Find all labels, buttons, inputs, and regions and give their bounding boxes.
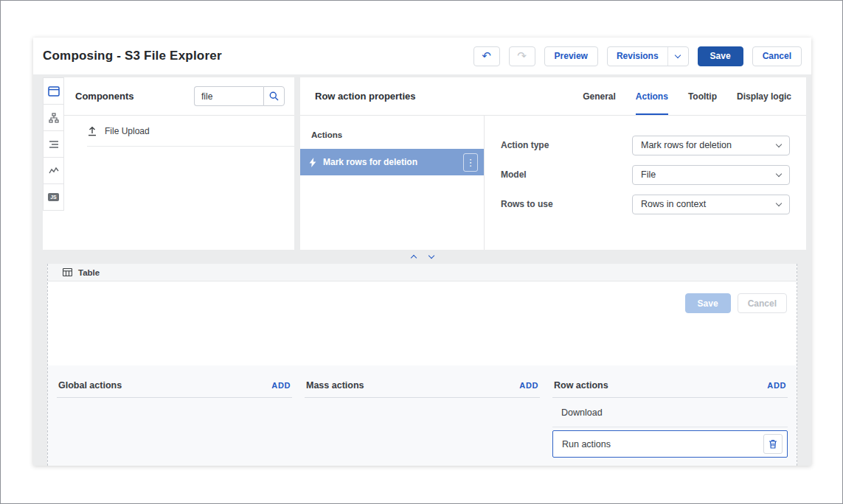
component-search-input[interactable]: [194, 86, 263, 106]
topbar: Composing - S3 File Explorer ↶ ↷ Preview…: [33, 38, 811, 74]
table-form-buttons: Save Cancel: [685, 293, 787, 313]
trash-icon: [769, 439, 777, 449]
chart-icon: [49, 167, 59, 175]
table-component-header[interactable]: Table: [48, 264, 797, 281]
table-cancel-button[interactable]: Cancel: [738, 293, 787, 313]
component-item-file-upload[interactable]: File Upload: [64, 116, 294, 146]
rail-item-chart[interactable]: [43, 157, 64, 184]
redo-button[interactable]: ↷: [509, 46, 535, 66]
screens-icon: [48, 86, 60, 97]
hierarchy-icon: [49, 113, 59, 123]
properties-title: Row action properties: [315, 91, 416, 102]
table-body-area: Save Cancel: [48, 281, 797, 365]
component-search: [194, 86, 285, 106]
rail-item-structure[interactable]: [43, 104, 64, 131]
rows-to-use-select[interactable]: Rows in context: [632, 195, 790, 214]
action-item-mark-rows-for-deletion[interactable]: Mark rows for deletion ⋮: [300, 149, 484, 175]
components-header: Components: [64, 77, 294, 116]
search-button[interactable]: [263, 86, 285, 106]
table-save-button[interactable]: Save: [685, 293, 731, 313]
action-item-label: Mark rows for deletion: [323, 157, 457, 167]
table-actions-config: Global actions ADD Mass actions ADD Row …: [48, 365, 797, 466]
lightning-icon: [309, 158, 316, 167]
tab-tooltip[interactable]: Tooltip: [688, 77, 717, 115]
upload-icon: [87, 126, 97, 136]
chevron-down-icon: [675, 52, 681, 57]
actions-list-title: Actions: [300, 130, 484, 139]
chevron-down-icon: [776, 200, 782, 206]
components-panel: Components File Upload: [64, 77, 294, 250]
canvas-preview: Table Save Cancel Glob: [47, 264, 797, 466]
model-select[interactable]: File: [632, 165, 790, 185]
delete-row-action-button[interactable]: [763, 434, 783, 454]
form-row-rows-to-use: Rows to use Rows in context: [501, 189, 790, 219]
rail-item-screens[interactable]: [43, 77, 64, 105]
icon-rail: JS: [43, 77, 64, 250]
model-label: Model: [501, 169, 527, 180]
action-type-label: Action type: [501, 140, 549, 150]
js-icon: JS: [48, 193, 59, 201]
properties-body: Actions Mark rows for deletion ⋮ Action …: [300, 116, 806, 250]
list-icon: [49, 140, 59, 149]
rows-to-use-label: Rows to use: [501, 199, 553, 209]
action-type-select[interactable]: Mark rows for deletion: [632, 136, 790, 155]
cancel-button[interactable]: Cancel: [752, 46, 802, 66]
preview-button[interactable]: Preview: [544, 46, 598, 66]
properties-header: Row action properties General Actions To…: [300, 77, 806, 116]
form-row-action-type: Action type Mark rows for deletion: [501, 130, 790, 160]
column-row-actions: Row actions ADD Download Run actions: [552, 373, 788, 466]
builder-window: Composing - S3 File Explorer ↶ ↷ Preview…: [33, 38, 811, 466]
topbar-actions: ↶ ↷ Preview Revisions Save: [473, 46, 802, 66]
row-action-item-download[interactable]: Download: [552, 398, 788, 427]
tab-actions[interactable]: Actions: [636, 77, 668, 115]
screenshot-frame: Composing - S3 File Explorer ↶ ↷ Preview…: [0, 0, 843, 504]
left-panel: JS Components: [43, 77, 294, 250]
redo-icon: ↷: [517, 49, 527, 63]
components-title: Components: [75, 91, 133, 102]
add-row-action-button[interactable]: ADD: [767, 381, 786, 390]
form-row-model: Model File: [501, 160, 790, 189]
panels-row: JS Components: [33, 74, 811, 250]
rail-item-js[interactable]: JS: [43, 183, 64, 211]
row-action-label: Run actions: [562, 439, 611, 449]
table-icon: [63, 268, 72, 276]
panel-collapse-controls: [33, 250, 811, 264]
undo-icon: ↶: [482, 49, 491, 63]
tabs: General Actions Tooltip Display logic: [583, 77, 791, 115]
rail-item-list[interactable]: [43, 130, 64, 158]
action-menu-button[interactable]: ⋮: [463, 153, 478, 172]
properties-panel: Row action properties General Actions To…: [300, 77, 806, 250]
save-button[interactable]: Save: [698, 46, 743, 66]
undo-button[interactable]: ↶: [473, 46, 500, 66]
column-header: Mass actions ADD: [305, 373, 540, 398]
collapse-down-button[interactable]: [429, 256, 434, 258]
component-item-label: File Upload: [105, 126, 150, 136]
add-global-action-button[interactable]: ADD: [271, 381, 291, 390]
tab-general[interactable]: General: [583, 77, 616, 115]
column-global-actions: Global actions ADD: [57, 373, 292, 466]
column-mass-actions: Mass actions ADD: [305, 373, 540, 466]
revisions-dropdown-button[interactable]: [668, 47, 688, 66]
revisions-label[interactable]: Revisions: [608, 47, 667, 66]
row-action-item-run-actions[interactable]: Run actions: [552, 430, 788, 458]
column-header: Global actions ADD: [57, 373, 292, 398]
chevron-up-icon: [410, 255, 416, 261]
chevron-down-icon: [776, 170, 782, 176]
collapse-up-button[interactable]: [412, 253, 416, 260]
search-icon: [269, 91, 279, 101]
chevron-down-icon: [428, 253, 434, 259]
page-title: Composing - S3 File Explorer: [43, 49, 222, 63]
tab-display-logic[interactable]: Display logic: [737, 77, 791, 115]
divider: [87, 146, 294, 147]
actions-list: Actions Mark rows for deletion ⋮: [300, 116, 485, 250]
revisions-button[interactable]: Revisions: [607, 46, 689, 66]
kebab-icon: ⋮: [466, 158, 476, 167]
canvas: Table Save Cancel Glob: [33, 264, 811, 466]
column-header: Row actions ADD: [552, 373, 788, 398]
chevron-down-icon: [776, 141, 782, 147]
table-label: Table: [78, 268, 100, 277]
action-form: Action type Mark rows for deletion Model…: [485, 116, 806, 250]
add-mass-action-button[interactable]: ADD: [519, 381, 538, 390]
